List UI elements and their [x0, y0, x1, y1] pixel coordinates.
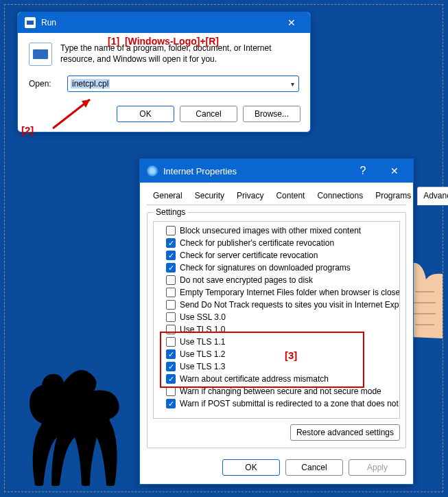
checkbox-icon[interactable] — [166, 325, 176, 334]
open-value: inetcpl.cpl — [71, 79, 110, 89]
checkbox-icon[interactable] — [166, 399, 176, 408]
annotation-arrow — [51, 95, 99, 130]
open-combobox[interactable]: inetcpl.cpl ▾ — [67, 76, 299, 92]
setting-row[interactable]: Check for server certificate revocation — [166, 249, 399, 262]
setting-row[interactable]: Send Do Not Track requests to sites you … — [166, 299, 399, 311]
setting-row[interactable]: Use TLS 1.0 — [166, 323, 399, 336]
restore-advanced-button[interactable]: Restore advanced settings — [290, 424, 400, 441]
settings-group: Settings Block unsecured images with oth… — [147, 212, 406, 448]
checkbox-icon[interactable] — [166, 386, 176, 396]
setting-label: Check for signatures on downloaded progr… — [180, 263, 351, 273]
decorative-silhouette — [8, 314, 145, 489]
checkbox-icon[interactable] — [166, 238, 176, 248]
setting-row[interactable]: Check for signatures on downloaded progr… — [166, 262, 399, 274]
setting-label: Use SSL 3.0 — [180, 312, 226, 322]
checkbox-icon[interactable] — [166, 349, 176, 359]
run-app-icon — [25, 17, 36, 28]
checkbox-icon[interactable] — [166, 300, 176, 310]
ok-button[interactable]: OK — [222, 459, 280, 476]
tab-content[interactable]: Content — [270, 187, 311, 205]
setting-row[interactable]: Use SSL 3.0 — [166, 311, 399, 323]
apply-button[interactable]: Apply — [349, 459, 406, 476]
canvas: Run ✕ Type the name of a program, folder… — [4, 4, 443, 492]
setting-label: Warn if changing between secure and not … — [180, 386, 381, 396]
setting-label: Use TLS 1.2 — [180, 349, 225, 359]
tab-advanced[interactable]: Advanced — [417, 187, 448, 205]
setting-row[interactable]: Warn about certificate address mismatch — [166, 373, 399, 385]
checkbox-icon[interactable] — [166, 275, 176, 285]
ip-body: GeneralSecurityPrivacyContentConnections… — [140, 183, 413, 455]
setting-label: Warn about certificate address mismatch — [180, 374, 329, 384]
tab-connections[interactable]: Connections — [311, 187, 369, 205]
cancel-button[interactable]: Cancel — [285, 459, 343, 476]
setting-label: Send Do Not Track requests to sites you … — [180, 300, 400, 310]
checkbox-icon[interactable] — [166, 337, 176, 347]
setting-row[interactable]: Warn if changing between secure and not … — [166, 385, 399, 397]
cancel-button[interactable]: Cancel — [180, 106, 237, 122]
checkbox-icon[interactable] — [166, 251, 176, 260]
annotation-1: [1] [Windows-Logo]+[R] — [108, 36, 219, 47]
setting-label: Empty Temporary Internet Files folder wh… — [180, 288, 400, 297]
setting-row[interactable]: Use TLS 1.3 — [166, 360, 399, 373]
run-program-icon — [29, 43, 52, 66]
setting-label: Do not save encrypted pages to disk — [180, 275, 313, 285]
checkbox-icon[interactable] — [166, 226, 176, 235]
tab-privacy[interactable]: Privacy — [231, 187, 270, 205]
close-icon[interactable]: ✕ — [277, 17, 306, 28]
help-icon[interactable]: ? — [351, 165, 375, 177]
settings-list[interactable]: Block unsecured images with other mixed … — [153, 221, 400, 419]
checkbox-icon[interactable] — [166, 362, 176, 371]
checkbox-icon[interactable] — [166, 288, 176, 297]
chevron-down-icon[interactable]: ▾ — [291, 80, 294, 88]
svg-marker-1 — [82, 100, 90, 108]
tab-strip: GeneralSecurityPrivacyContentConnections… — [147, 187, 406, 205]
annotation-2: [2] — [21, 124, 34, 136]
setting-label: Block unsecured images with other mixed … — [180, 226, 361, 235]
setting-row[interactable]: Warn if POST submittal is redirected to … — [166, 397, 399, 410]
ip-title: Internet Properties — [163, 166, 346, 176]
checkbox-icon[interactable] — [166, 374, 176, 384]
tab-general[interactable]: General — [147, 187, 189, 205]
setting-row[interactable]: Do not save encrypted pages to disk — [166, 274, 399, 286]
tab-security[interactable]: Security — [189, 187, 231, 205]
settings-legend: Settings — [153, 207, 188, 217]
tab-programs[interactable]: Programs — [369, 187, 417, 205]
checkbox-icon[interactable] — [166, 263, 176, 273]
internet-properties-dialog: Internet Properties ? ✕ GeneralSecurityP… — [139, 159, 414, 485]
setting-row[interactable]: Block unsecured images with other mixed … — [166, 224, 399, 237]
setting-row[interactable]: Use TLS 1.1 — [166, 336, 399, 348]
annotation-3: [3] — [285, 349, 297, 361]
setting-label: Check for server certificate revocation — [180, 251, 318, 260]
setting-label: Check for publisher's certificate revoca… — [180, 238, 334, 248]
open-label: Open: — [29, 79, 60, 89]
checkbox-icon[interactable] — [166, 312, 176, 322]
close-icon[interactable]: ✕ — [380, 165, 409, 176]
setting-row[interactable]: Use TLS 1.2 — [166, 348, 399, 360]
run-titlebar[interactable]: Run ✕ — [18, 12, 310, 33]
setting-label: Use TLS 1.0 — [180, 325, 225, 334]
setting-label: Warn if POST submittal is redirected to … — [180, 399, 400, 408]
ip-button-row: OK Cancel Apply — [140, 455, 413, 484]
browse-button[interactable]: Browse... — [243, 106, 300, 122]
run-title: Run — [41, 18, 277, 27]
setting-label: Use TLS 1.1 — [180, 337, 225, 347]
setting-row[interactable]: Empty Temporary Internet Files folder wh… — [166, 286, 399, 299]
setting-row[interactable]: Check for publisher's certificate revoca… — [166, 237, 399, 249]
setting-label: Use TLS 1.3 — [180, 362, 225, 371]
ip-titlebar[interactable]: Internet Properties ? ✕ — [140, 159, 413, 183]
ok-button[interactable]: OK — [117, 106, 174, 122]
internet-icon — [147, 165, 158, 176]
